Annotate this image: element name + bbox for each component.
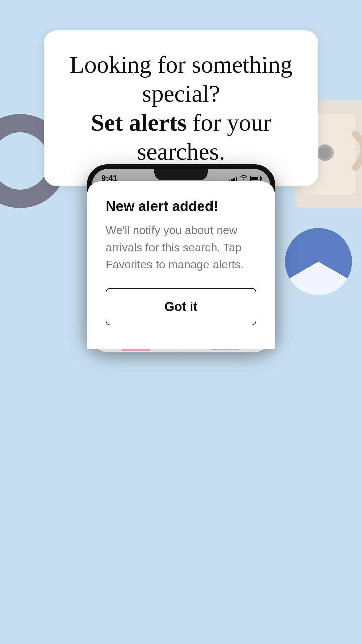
hero-card: Looking for something special? Set alert… xyxy=(44,30,318,186)
hero-line1: Looking for something special? xyxy=(70,51,292,107)
hero-text: Looking for something special? Set alert… xyxy=(67,50,295,166)
got-it-button[interactable]: Got it xyxy=(106,288,256,325)
alert-modal: New alert added! We'll notify you about … xyxy=(87,181,275,349)
phone-mockup: 9:41 xyxy=(87,164,275,349)
hero-bold: Set alerts xyxy=(91,109,187,136)
modal-title: New alert added! xyxy=(106,198,256,214)
got-it-label: Got it xyxy=(164,300,197,314)
phone-notch xyxy=(154,169,208,180)
main-content: Looking for something special? Set alert… xyxy=(0,0,362,644)
modal-body: We'll notify you about new arrivals for … xyxy=(106,222,256,273)
